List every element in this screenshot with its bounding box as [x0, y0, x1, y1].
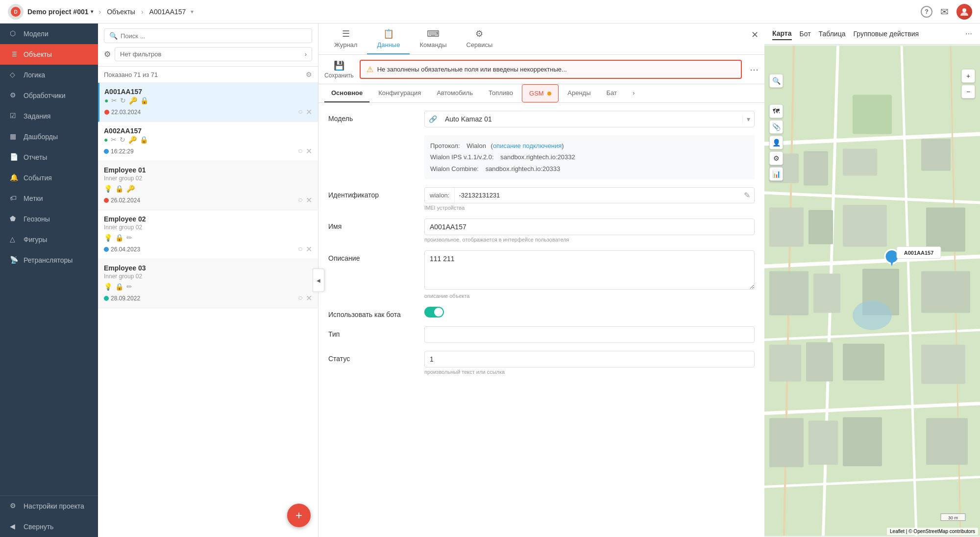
breadcrumb-item[interactable]: A001AA157 [149, 8, 186, 16]
form-row-model: Модель 🔗 Auto Kamaz 01 ▾ [328, 111, 755, 127]
sub-tab-basic[interactable]: Основное [324, 84, 369, 102]
tab-data[interactable]: 📋 Данные [367, 24, 410, 54]
id-input[interactable] [455, 188, 740, 203]
circle-action-icon[interactable]: ○ [298, 195, 303, 205]
list-item[interactable]: A002AA157 ● ✂ ↻ 🔑 🔒 16:22:29 [98, 122, 318, 161]
list-item-meta: 22.03.2024 ○ ✕ [104, 107, 312, 117]
key-icon: 🔑 [126, 185, 135, 193]
close-action-icon[interactable]: ✕ [306, 244, 312, 254]
sidebar-item-reports[interactable]: 📄 Отчеты [0, 147, 98, 168]
more-options-button[interactable]: ⋯ [750, 64, 759, 75]
tab-commands[interactable]: ⌨ Команды [410, 24, 456, 54]
user-avatar[interactable] [956, 4, 972, 20]
list-item-actions: ○ ✕ [298, 195, 312, 205]
map-zoom-out-btn[interactable]: − [961, 85, 975, 98]
list-item[interactable]: A001AA157 ● ✂ ↻ 🔑 🔒 22.03.2024 [98, 83, 318, 122]
map-container[interactable]: A001AA157 30 m 🔍 🗺 📎 👤 ⚙ 📊 + [764, 45, 980, 537]
commands-tab-icon: ⌨ [427, 28, 440, 39]
sub-tab-more[interactable]: › [626, 84, 641, 102]
sub-tab-bat[interactable]: Бат [600, 84, 624, 102]
sub-tab-gsm[interactable]: GSM [522, 84, 559, 102]
model-select[interactable]: 🔗 Auto Kamaz 01 ▾ [424, 111, 755, 127]
map-settings-btn[interactable]: ⚙ [769, 151, 783, 165]
help-icon[interactable]: ? [921, 6, 932, 18]
map-zoom-in-btn[interactable]: + [961, 69, 975, 83]
sidebar-bottom: ⚙ Настройки проекта ◀ Свернуть [0, 495, 98, 537]
sidebar-item-objects[interactable]: ☰ Объекты [0, 44, 98, 65]
map-chart-btn[interactable]: 📊 [769, 167, 783, 181]
status-green-icon: ● [104, 97, 108, 104]
list-item[interactable]: Employee 02 Inner group 02 💡 🔒 ✏ 26.04.2… [98, 210, 318, 259]
events-icon: 🔔 [10, 173, 19, 182]
close-action-icon[interactable]: ✕ [306, 146, 312, 156]
map-tab-group-actions[interactable]: Групповые действия [854, 28, 919, 40]
list-item-icons: 💡 🔒 🔑 [104, 185, 312, 193]
id-edit-icon[interactable]: ✎ [740, 191, 754, 200]
tab-services[interactable]: ⚙ Сервисы [457, 24, 503, 54]
tab-journal[interactable]: ☰ Журнал [324, 24, 367, 54]
detail-close-button[interactable]: ✕ [751, 29, 759, 40]
sidebar-item-dashboards[interactable]: ▦ Дашборды [0, 126, 98, 147]
sidebar-item-collapse[interactable]: ◀ Свернуть [0, 516, 98, 537]
sidebar-item-logic[interactable]: ◇ Логика [0, 65, 98, 85]
sidebar-item-tags[interactable]: 🏷 Метки [0, 188, 98, 209]
name-input[interactable] [424, 219, 755, 235]
sidebar-item-project-settings[interactable]: ⚙ Настройки проекта [0, 496, 98, 516]
sidebar-item-geozones[interactable]: ⬟ Геозоны [0, 209, 98, 229]
sidebar-item-events[interactable]: 🔔 События [0, 168, 98, 188]
panel-collapse-button[interactable]: ◀ [313, 268, 324, 292]
model-select-arrow[interactable]: ▾ [742, 115, 754, 123]
circle-action-icon[interactable]: ○ [298, 146, 303, 156]
sub-tab-rents[interactable]: Аренды [561, 84, 597, 102]
save-button[interactable]: 💾 Сохранить [324, 60, 354, 79]
close-action-icon[interactable]: ✕ [306, 195, 312, 205]
map-user-btn[interactable]: 👤 [769, 136, 783, 149]
svg-rect-15 [804, 151, 828, 186]
sub-tab-config[interactable]: Конфигурация [371, 84, 428, 102]
map-tab-map[interactable]: Карта [772, 27, 792, 40]
close-action-icon[interactable]: ✕ [306, 107, 312, 117]
desc-textarea[interactable]: 111 211 [424, 250, 755, 290]
list-item-name: Employee 03 [104, 264, 312, 272]
close-action-icon[interactable]: ✕ [306, 293, 312, 303]
svg-rect-21 [926, 208, 965, 252]
filter-icon[interactable]: ⚙ [104, 49, 111, 59]
map-top-actions[interactable]: ⋯ [965, 30, 972, 38]
svg-rect-20 [843, 205, 887, 247]
map-tab-table[interactable]: Таблица [819, 28, 846, 40]
sidebar-item-tasks[interactable]: ☑ Задания [0, 106, 98, 126]
project-selector[interactable]: Demo project #001 ▾ [27, 8, 93, 16]
scissors-icon: ✂ [111, 97, 117, 104]
sub-tab-fuel[interactable]: Топливо [482, 84, 520, 102]
filter-chevron-icon: › [305, 50, 307, 58]
status-field: произвольный текст или ссылка [424, 351, 755, 375]
map-layers-btn[interactable]: 🗺 [769, 104, 783, 118]
map-search-btn[interactable]: 🔍 [769, 74, 783, 88]
breadcrumb-objects[interactable]: Объекты [107, 8, 135, 16]
add-object-button[interactable]: + [287, 504, 311, 527]
circle-action-icon[interactable]: ○ [298, 293, 303, 303]
mail-icon[interactable]: ✉ [940, 6, 949, 18]
date-dot [104, 110, 109, 115]
list-item[interactable]: Employee 01 Inner group 02 💡 🔒 🔑 26.02.2… [98, 161, 318, 210]
bot-toggle[interactable] [424, 307, 444, 317]
sidebar-item-models[interactable]: ⬡ Модели [0, 24, 98, 44]
map-clip-btn[interactable]: 📎 [769, 120, 783, 134]
circle-action-icon[interactable]: ○ [298, 244, 303, 254]
status-input[interactable] [424, 351, 755, 367]
sub-tab-car[interactable]: Автомобиль [430, 84, 480, 102]
id-prefix: wialon: [425, 188, 455, 203]
date-dot [104, 149, 109, 154]
sidebar-item-figures[interactable]: △ Фигуры [0, 229, 98, 250]
map-tab-bot[interactable]: Бот [800, 28, 811, 40]
sidebar-item-handlers[interactable]: ⚙ Обработчики [0, 85, 98, 106]
model-label: Модель [328, 111, 416, 122]
list-settings-icon[interactable]: ⚙ [306, 71, 312, 78]
protocol-link[interactable]: описание подключения [493, 142, 562, 149]
circle-action-icon[interactable]: ○ [298, 107, 303, 117]
sidebar-item-relays[interactable]: 📡 Ретрансляторы [0, 250, 98, 270]
filter-button[interactable]: Нет фильтров › [115, 47, 312, 61]
search-input[interactable] [121, 32, 307, 40]
type-input[interactable] [424, 326, 755, 343]
list-item[interactable]: Employee 03 Inner group 02 💡 🔒 ✏ 28.09.2… [98, 259, 318, 308]
